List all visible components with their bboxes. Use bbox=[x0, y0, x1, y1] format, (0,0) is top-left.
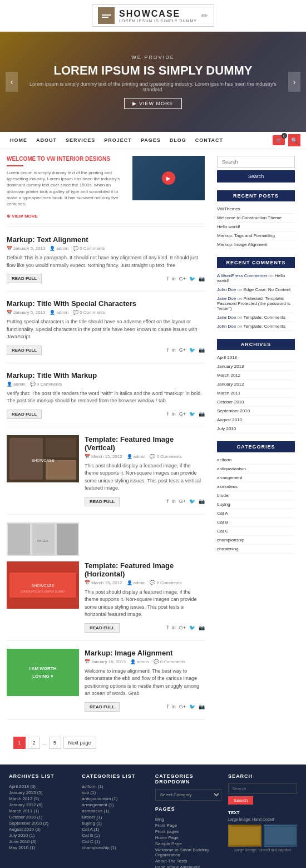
footer-category-select[interactable]: Select Category bbox=[155, 789, 221, 801]
google-plus-icon[interactable]: G+ bbox=[179, 276, 186, 282]
category-item[interactable]: chastening bbox=[217, 545, 295, 554]
twitter-icon[interactable]: 🐦 bbox=[189, 499, 195, 504]
category-item[interactable]: Cat A bbox=[217, 509, 295, 518]
footer-archive-item[interactable]: June 2010 (3) bbox=[9, 839, 75, 845]
footer-page-item[interactable]: Front Page bbox=[155, 822, 221, 828]
category-item[interactable]: championship bbox=[217, 536, 295, 545]
footer-archive-item[interactable]: April 2018 (3) bbox=[9, 783, 75, 790]
nav-about[interactable]: ABOUT bbox=[32, 132, 61, 149]
footer-search-input[interactable] bbox=[228, 783, 297, 794]
footer-category-item[interactable]: Cat A (1) bbox=[82, 826, 148, 832]
footer-archive-item[interactable]: October 2010 (1) bbox=[9, 814, 75, 820]
page-2-button[interactable]: 2 bbox=[28, 737, 40, 749]
twitter-icon[interactable]: 🐦 bbox=[189, 276, 195, 282]
twitter-icon[interactable]: 🐦 bbox=[189, 625, 195, 630]
instagram-icon[interactable]: 📷 bbox=[199, 704, 205, 709]
facebook-icon[interactable]: f bbox=[167, 625, 169, 630]
linkedin-icon[interactable]: in bbox=[172, 625, 176, 630]
archive-item[interactable]: August 2010 bbox=[217, 416, 295, 425]
category-item[interactable]: arrangement bbox=[217, 474, 295, 482]
post-title[interactable]: Template: Featured Image (Horizontal) bbox=[85, 561, 205, 578]
category-item[interactable]: broder bbox=[217, 491, 295, 500]
footer-category-item[interactable]: sub (1) bbox=[82, 790, 148, 796]
facebook-icon[interactable]: f bbox=[167, 276, 169, 282]
video-thumbnail[interactable]: ▶ bbox=[132, 156, 205, 200]
footer-page-item[interactable]: Welcome to Smart Building Organization bbox=[155, 847, 221, 858]
footer-page-item[interactable]: Front pages bbox=[155, 828, 221, 835]
post-title[interactable]: Markup: Title With Markup bbox=[7, 371, 205, 379]
footer-archive-item[interactable]: January 2012 (6) bbox=[9, 802, 75, 808]
category-item[interactable]: Cat C bbox=[217, 527, 295, 536]
linkedin-icon[interactable]: in bbox=[172, 276, 176, 282]
post-title[interactable]: Template: Featured Image (Vertical) bbox=[85, 435, 205, 452]
cart-icon[interactable]: 🛒 0 bbox=[273, 135, 285, 145]
footer-archive-item[interactable]: May 2010 (1) bbox=[9, 845, 75, 851]
post-title[interactable]: Markup: Title With Special Characters bbox=[7, 299, 205, 308]
instagram-icon[interactable]: 📷 bbox=[199, 276, 205, 282]
archive-item[interactable]: March 2011 bbox=[217, 389, 295, 398]
footer-category-item[interactable]: asmodeus (1) bbox=[82, 808, 148, 814]
archive-item[interactable]: September 2010 bbox=[217, 407, 295, 416]
logo-box[interactable]: SHOWCASE LOREM IPSUM IS SIMPLY DUMMY ✏ bbox=[92, 4, 214, 27]
category-item[interactable]: buying bbox=[217, 500, 295, 509]
instagram-icon[interactable]: 📷 bbox=[199, 625, 205, 630]
instagram-icon[interactable]: 📷 bbox=[199, 347, 205, 353]
linkedin-icon[interactable]: in bbox=[172, 499, 176, 504]
recent-post-item[interactable]: VWThemes bbox=[217, 205, 295, 214]
footer-page-item[interactable]: Sample Page bbox=[155, 841, 221, 847]
sidebar-search-button[interactable]: Search bbox=[217, 170, 295, 183]
sidebar-search-input[interactable] bbox=[217, 156, 295, 168]
instagram-icon[interactable]: 📷 bbox=[199, 411, 205, 417]
facebook-icon[interactable]: f bbox=[167, 499, 169, 504]
read-full-button[interactable]: READ FULL bbox=[85, 702, 120, 712]
footer-category-item[interactable]: aciform (1) bbox=[82, 783, 148, 790]
google-plus-icon[interactable]: G+ bbox=[179, 411, 186, 417]
footer-category-item[interactable]: Cat C (1) bbox=[82, 839, 148, 845]
category-item[interactable]: Cat B bbox=[217, 518, 295, 527]
archive-item[interactable]: March 2012 bbox=[217, 371, 295, 380]
read-full-button[interactable]: READ FULL bbox=[85, 497, 120, 506]
linkedin-icon[interactable]: in bbox=[172, 347, 176, 353]
archive-item[interactable]: January 2013 bbox=[217, 362, 295, 371]
footer-archive-item[interactable]: March 2012 (5) bbox=[9, 796, 75, 802]
twitter-icon[interactable]: 🐦 bbox=[189, 411, 195, 417]
footer-category-item[interactable]: Broder (1) bbox=[82, 814, 148, 820]
nav-pages[interactable]: PAGES bbox=[136, 132, 165, 149]
twitter-icon[interactable]: 🐦 bbox=[189, 704, 195, 709]
footer-page-item[interactable]: About The Tests bbox=[155, 858, 221, 864]
read-full-button[interactable]: READ FULL bbox=[7, 274, 42, 283]
archive-item[interactable]: January 2012 bbox=[217, 380, 295, 389]
footer-archive-item[interactable]: March 2011 (1) bbox=[9, 808, 75, 814]
linkedin-icon[interactable]: in bbox=[172, 411, 176, 417]
footer-category-item[interactable]: buying (1) bbox=[82, 820, 148, 826]
hero-view-more-button[interactable]: ▶ VIEW MORE bbox=[124, 98, 181, 109]
footer-archive-item[interactable]: August 2010 (3) bbox=[9, 826, 75, 832]
google-plus-icon[interactable]: G+ bbox=[179, 499, 186, 504]
google-plus-icon[interactable]: G+ bbox=[179, 625, 186, 630]
nav-blog[interactable]: BLOG bbox=[165, 132, 191, 149]
nav-home[interactable]: HOME bbox=[6, 132, 32, 149]
footer-archive-item[interactable]: July 2010 (1) bbox=[9, 832, 75, 839]
nav-services[interactable]: SERVICES bbox=[61, 132, 100, 149]
post-title[interactable]: Markup: Image Alignment bbox=[85, 649, 205, 657]
footer-page-item[interactable]: Home Page bbox=[155, 835, 221, 841]
footer-category-item[interactable]: antiquarianism (1) bbox=[82, 796, 148, 802]
nav-project[interactable]: PROJECT bbox=[100, 132, 136, 149]
archive-item[interactable]: October 2010 bbox=[217, 398, 295, 407]
category-item[interactable]: asmodeus bbox=[217, 482, 295, 491]
hero-prev-button[interactable]: ‹ bbox=[6, 72, 18, 92]
footer-page-item[interactable]: Page Image Alignment bbox=[155, 864, 221, 868]
recent-post-item[interactable]: Markup: Image Alignment bbox=[217, 240, 295, 249]
next-page-button[interactable]: Next page bbox=[63, 737, 96, 749]
read-full-button[interactable]: READ FULL bbox=[85, 623, 120, 633]
facebook-icon[interactable]: f bbox=[167, 347, 169, 353]
hero-next-button[interactable]: › bbox=[288, 72, 300, 92]
google-plus-icon[interactable]: G+ bbox=[179, 704, 186, 709]
footer-archive-item[interactable]: January 2013 (5) bbox=[9, 790, 75, 796]
nav-contact[interactable]: CONTACT bbox=[191, 132, 228, 149]
footer-category-item[interactable]: championship (1) bbox=[82, 845, 148, 851]
read-full-button[interactable]: READ FULL bbox=[7, 410, 42, 419]
instagram-icon[interactable]: 📷 bbox=[199, 499, 205, 504]
recent-post-item[interactable]: Welcome to Construction Theme bbox=[217, 214, 295, 223]
page-5-button[interactable]: 5 bbox=[49, 737, 61, 749]
